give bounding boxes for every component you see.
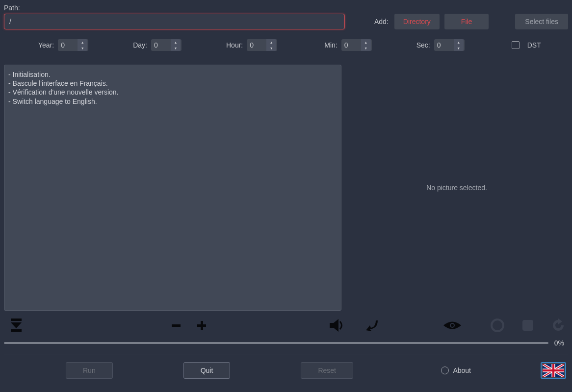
- hour-up-icon[interactable]: ▲: [266, 39, 276, 45]
- year-spinbox[interactable]: ▲▼: [58, 39, 88, 51]
- run-button[interactable]: Run: [66, 362, 113, 379]
- day-spinbox[interactable]: ▲▼: [151, 39, 182, 51]
- min-down-icon[interactable]: ▼: [361, 45, 371, 51]
- log-line: - Initialisation.: [8, 70, 337, 79]
- year-down-icon[interactable]: ▼: [78, 45, 87, 51]
- min-up-icon[interactable]: ▲: [361, 39, 371, 45]
- day-up-icon[interactable]: ▲: [171, 39, 181, 45]
- reload-icon: [551, 318, 565, 332]
- sec-down-icon[interactable]: ▼: [454, 45, 464, 51]
- min-input[interactable]: [341, 39, 361, 51]
- preview-area: No picture selected.: [345, 65, 568, 311]
- day-down-icon[interactable]: ▼: [171, 45, 181, 51]
- add-label: Add:: [374, 18, 389, 25]
- volume-icon[interactable]: [330, 318, 346, 332]
- dst-checkbox[interactable]: [512, 41, 520, 49]
- reset-button[interactable]: Reset: [301, 362, 353, 379]
- progress-bar: [4, 342, 548, 344]
- quit-button[interactable]: Quit: [183, 362, 231, 379]
- year-input[interactable]: [58, 39, 78, 51]
- path-label: Path:: [4, 4, 568, 12]
- eye-icon[interactable]: [443, 320, 461, 331]
- circle-icon: [491, 318, 504, 332]
- sec-input[interactable]: [434, 39, 454, 51]
- svg-rect-0: [11, 318, 22, 321]
- svg-point-8: [451, 324, 454, 327]
- add-file-button[interactable]: File: [444, 14, 489, 29]
- log-box: - Initialisation. - Bascule l'interface …: [4, 65, 341, 311]
- select-files-button[interactable]: Select files: [515, 14, 568, 29]
- download-icon[interactable]: [9, 318, 24, 332]
- path-input[interactable]: [4, 14, 345, 29]
- svg-rect-2: [11, 329, 22, 332]
- log-line: - Switch language to English.: [8, 97, 337, 106]
- progress-text: 0%: [554, 339, 564, 347]
- preview-empty-text: No picture selected.: [426, 184, 487, 192]
- svg-rect-3: [172, 324, 181, 327]
- hour-spinbox[interactable]: ▲▼: [247, 39, 277, 51]
- min-spinbox[interactable]: ▲▼: [341, 39, 372, 51]
- sec-spinbox[interactable]: ▲▼: [434, 39, 465, 51]
- add-directory-button[interactable]: Directory: [394, 14, 440, 29]
- uk-flag-icon: [543, 364, 564, 377]
- square-icon: [521, 319, 534, 332]
- hour-label: Hour:: [226, 41, 243, 49]
- minus-icon[interactable]: [171, 320, 182, 331]
- log-line: - Bascule l'interface en Français.: [8, 79, 337, 88]
- svg-marker-6: [330, 319, 338, 332]
- day-label: Day:: [133, 41, 147, 49]
- svg-marker-1: [11, 322, 22, 328]
- hour-input[interactable]: [247, 39, 266, 51]
- svg-rect-5: [201, 321, 203, 330]
- min-label: Min:: [324, 41, 337, 49]
- dst-label: DST: [527, 41, 541, 49]
- day-input[interactable]: [151, 39, 171, 51]
- about-label: About: [453, 367, 471, 374]
- language-flag-button[interactable]: [541, 362, 566, 379]
- svg-rect-10: [522, 320, 533, 331]
- year-label: Year:: [38, 41, 54, 49]
- plus-icon[interactable]: [196, 320, 207, 331]
- undo-icon[interactable]: [366, 318, 380, 332]
- sec-label: Sec:: [416, 41, 430, 49]
- log-line: - Vérification d'une nouvelle version.: [8, 88, 337, 97]
- sec-up-icon[interactable]: ▲: [454, 39, 464, 45]
- svg-point-9: [492, 319, 503, 331]
- divider: [4, 354, 568, 354]
- year-up-icon[interactable]: ▲: [78, 39, 87, 45]
- hour-down-icon[interactable]: ▼: [266, 45, 276, 51]
- svg-rect-17: [543, 369, 564, 371]
- about-radio[interactable]: [441, 367, 449, 374]
